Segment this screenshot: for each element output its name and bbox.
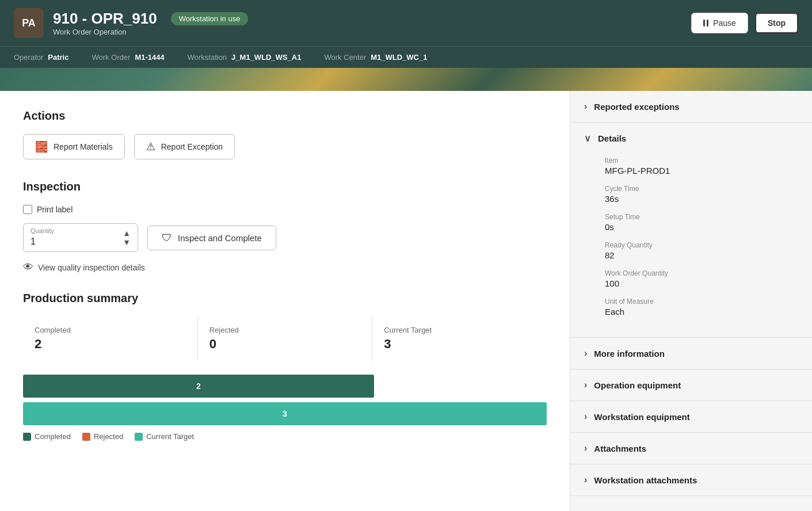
chevron-right-icon-5: › <box>584 443 587 453</box>
quantity-label: Quantity <box>31 227 54 234</box>
inspect-complete-button[interactable]: 🛡 Inspect and Complete <box>147 226 276 250</box>
attachments-header[interactable]: › Attachments <box>570 433 812 464</box>
legend-target-dot <box>135 433 143 441</box>
actions-section: Actions 🧱 Report Materials ⚠ Report Exce… <box>23 109 547 159</box>
legend-rejected-dot <box>82 433 90 441</box>
work-order-label: Work Order <box>92 53 130 62</box>
inspection-title: Inspection <box>23 180 547 193</box>
operation-equip-accordion: › Operation equipment <box>570 369 812 401</box>
header-title-group: 910 - OPR_910 Workstation in use Work Or… <box>53 10 248 36</box>
more-info-accordion: › More information <box>570 338 812 369</box>
chevron-right-icon-6: › <box>584 475 587 485</box>
status-badge: Workstation in use <box>171 12 249 25</box>
actions-row: 🧱 Report Materials ⚠ Report Exception <box>23 134 547 159</box>
work-order-qty-label: Work Order Quantity <box>605 269 798 277</box>
more-info-header[interactable]: › More information <box>570 338 812 369</box>
details-accordion: ∨ Details Item MFG-PL-PROD1 Cycle Time 3… <box>570 123 812 338</box>
quantity-input-wrapper: Quantity 1 ▲ ▼ <box>23 223 138 252</box>
workstation-attachments-header[interactable]: › Workstation attachments <box>570 464 812 495</box>
reported-exceptions-header[interactable]: › Reported exceptions <box>570 91 812 122</box>
chevron-right-icon-2: › <box>584 348 587 359</box>
completed-bar-row: 2 <box>23 375 547 398</box>
header: PA 910 - OPR_910 Workstation in use Work… <box>0 0 812 46</box>
workstation-attachments-accordion: › Workstation attachments <box>570 464 812 496</box>
report-materials-button[interactable]: 🧱 Report Materials <box>23 134 125 159</box>
setup-time-value: 0s <box>605 222 798 232</box>
print-label-checkbox[interactable] <box>23 205 32 214</box>
main-layout: Actions 🧱 Report Materials ⚠ Report Exce… <box>0 91 812 511</box>
operator-value: Patric <box>48 53 68 62</box>
completed-bar: 2 <box>23 375 374 398</box>
uom-label: Unit of Measure <box>605 298 798 306</box>
setup-time-label: Setup Time <box>605 213 798 221</box>
decorative-banner <box>0 68 812 91</box>
actions-title: Actions <box>23 109 547 123</box>
work-center-value: M1_WLD_WC_1 <box>371 53 427 62</box>
pause-icon <box>703 20 708 26</box>
item-detail: Item MFG-PL-PROD1 <box>605 157 798 176</box>
quantity-down-button[interactable]: ▼ <box>123 238 131 246</box>
work-order-info: Work Order M1-1444 <box>92 53 164 62</box>
workstation-info: Workstation J_M1_WLD_WS_A1 <box>188 53 302 62</box>
operator-info: Operator Patric <box>14 53 68 62</box>
cycle-time-value: 36s <box>605 194 798 204</box>
legend-target: Current Target <box>135 432 194 441</box>
operation-equip-header[interactable]: › Operation equipment <box>570 369 812 401</box>
setup-time-detail: Setup Time 0s <box>605 213 798 232</box>
item-label: Item <box>605 157 798 165</box>
chart-legend: Completed Rejected Current Target <box>23 432 547 441</box>
left-panel: Actions 🧱 Report Materials ⚠ Report Exce… <box>0 91 570 511</box>
attachments-accordion: › Attachments <box>570 433 812 464</box>
completed-value: 2 <box>35 337 186 352</box>
production-summary-section: Production summary Completed 2 Rejected … <box>23 292 547 441</box>
target-bar: 3 <box>23 402 547 425</box>
cycle-time-label: Cycle Time <box>605 185 798 193</box>
details-header[interactable]: ∨ Details <box>570 123 812 154</box>
operator-label: Operator <box>14 53 43 62</box>
legend-rejected: Rejected <box>82 432 123 441</box>
details-content: Item MFG-PL-PROD1 Cycle Time 36s Setup T… <box>570 154 812 337</box>
page-title: 910 - OPR_910 <box>53 10 157 28</box>
legend-completed-dot <box>23 433 31 441</box>
work-center-info: Work Center M1_WLD_WC_1 <box>324 53 427 62</box>
info-bar: Operator Patric Work Order M1-1444 Works… <box>0 46 812 68</box>
quality-link[interactable]: 👁 View quality inspection details <box>23 261 547 273</box>
print-label-row: Print label <box>23 205 547 214</box>
right-panel: › Reported exceptions ∨ Details Item MFG… <box>570 91 812 511</box>
report-exception-button[interactable]: ⚠ Report Exception <box>134 134 235 159</box>
item-value: MFG-PL-PROD1 <box>605 166 798 176</box>
quantity-up-button[interactable]: ▲ <box>123 229 131 237</box>
header-subtitle: Work Order Operation <box>53 28 248 36</box>
chevron-right-icon: › <box>584 101 587 112</box>
chevron-down-icon: ∨ <box>584 133 591 144</box>
report-materials-icon: 🧱 <box>35 140 48 153</box>
quantity-arrows: ▲ ▼ <box>123 229 131 246</box>
workstation-equip-accordion: › Workstation equipment <box>570 401 812 433</box>
rejected-label: Rejected <box>209 326 361 334</box>
completed-label: Completed <box>35 326 186 334</box>
ready-qty-detail: Ready Quantity 82 <box>605 241 798 260</box>
current-target-stat: Current Target 3 <box>372 316 547 361</box>
ready-qty-label: Ready Quantity <box>605 241 798 249</box>
print-label-text: Print label <box>37 205 73 214</box>
prod-stats: Completed 2 Rejected 0 Current Target 3 <box>23 316 547 361</box>
pause-button[interactable]: Pause <box>691 13 748 33</box>
production-summary-title: Production summary <box>23 292 547 305</box>
reported-exceptions-accordion: › Reported exceptions <box>570 91 812 123</box>
header-left: PA 910 - OPR_910 Workstation in use Work… <box>14 8 691 38</box>
uom-detail: Unit of Measure Each <box>605 298 798 316</box>
chevron-right-icon-3: › <box>584 380 587 390</box>
work-center-label: Work Center <box>324 53 366 62</box>
current-target-value: 3 <box>384 337 535 352</box>
avatar: PA <box>14 8 44 38</box>
rejected-stat: Rejected 0 <box>198 316 373 361</box>
legend-completed: Completed <box>23 432 71 441</box>
quantity-row: Quantity 1 ▲ ▼ 🛡 Inspect and Complete <box>23 223 547 252</box>
cycle-time-detail: Cycle Time 36s <box>605 185 798 204</box>
header-actions: Pause Stop <box>691 13 798 33</box>
workstation-equip-header[interactable]: › Workstation equipment <box>570 401 812 432</box>
bar-chart: 2 3 Completed Rejected <box>23 375 547 441</box>
stop-button[interactable]: Stop <box>755 13 798 33</box>
warning-icon: ⚠ <box>146 140 155 153</box>
target-bar-row: 3 <box>23 402 547 425</box>
